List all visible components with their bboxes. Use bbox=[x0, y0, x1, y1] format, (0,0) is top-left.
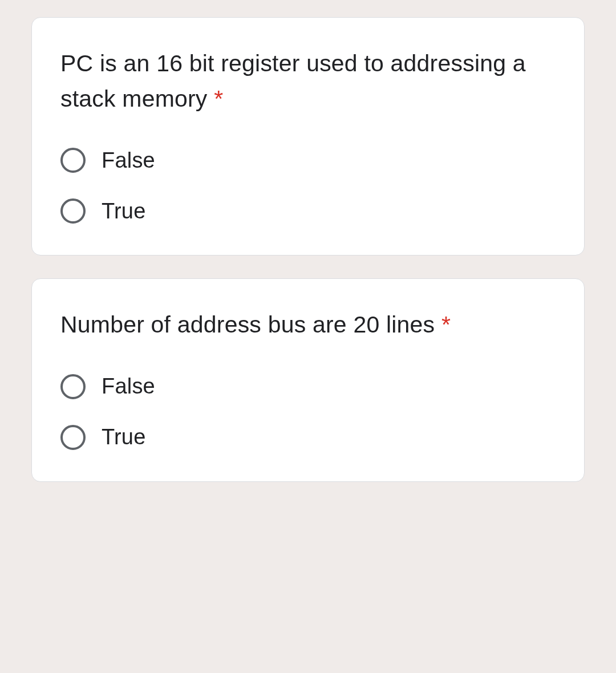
radio-unchecked-icon bbox=[60, 148, 86, 173]
question-text: PC is an 16 bit register used to address… bbox=[60, 46, 556, 116]
option-label: True bbox=[102, 425, 146, 449]
question-prompt: PC is an 16 bit register used to address… bbox=[60, 50, 526, 112]
radio-option-true[interactable]: True bbox=[60, 198, 556, 224]
question-text: Number of address bus are 20 lines * bbox=[60, 307, 556, 343]
radio-unchecked-icon bbox=[60, 198, 86, 224]
required-asterisk: * bbox=[214, 86, 223, 112]
radio-option-false[interactable]: False bbox=[60, 148, 556, 173]
radio-unchecked-icon bbox=[60, 425, 86, 450]
required-asterisk: * bbox=[441, 311, 451, 338]
radio-option-true[interactable]: True bbox=[60, 425, 556, 450]
option-label: False bbox=[102, 374, 155, 399]
question-prompt: Number of address bus are 20 lines bbox=[60, 311, 441, 338]
radio-option-false[interactable]: False bbox=[60, 374, 556, 399]
question-card-1: PC is an 16 bit register used to address… bbox=[31, 17, 585, 256]
option-label: True bbox=[102, 199, 146, 224]
radio-unchecked-icon bbox=[60, 374, 86, 399]
question-card-2: Number of address bus are 20 lines * Fal… bbox=[31, 278, 585, 482]
option-label: False bbox=[102, 148, 155, 173]
